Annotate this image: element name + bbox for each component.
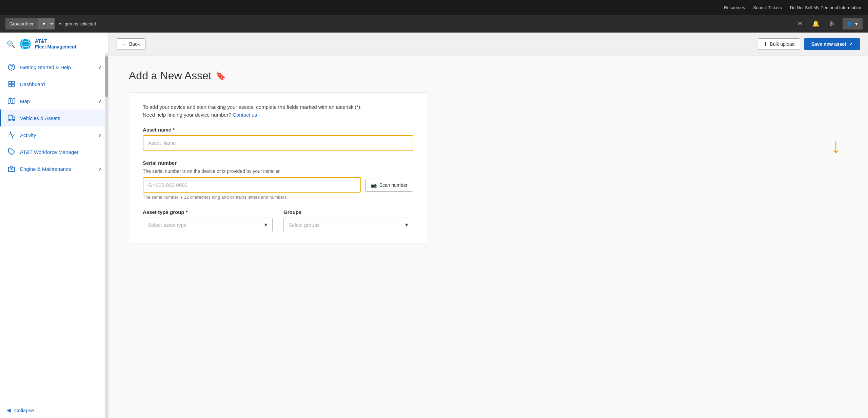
activity-icon xyxy=(8,131,15,139)
asset-name-label: Asset name * xyxy=(143,127,413,133)
groups-filter-button[interactable]: Groups filter xyxy=(5,18,38,29)
groups-select[interactable]: Select groups xyxy=(283,218,413,232)
vehicles-assets-label: Vehicles & Assets xyxy=(20,115,101,121)
sidebar-item-activity[interactable]: Activity ∨ xyxy=(0,126,108,143)
toolbar: ← Back ⬆ Bulk upload Save new asset ✓ xyxy=(108,33,868,56)
upload-icon: ⬆ xyxy=(764,41,768,47)
sidebar-item-engine-maintenance[interactable]: Engine & Maintenance ∨ xyxy=(0,160,108,177)
activity-chevron-icon: ∨ xyxy=(98,132,101,138)
asset-name-field-group: Asset name * xyxy=(143,127,413,151)
camera-icon: 📷 xyxy=(371,182,377,188)
map-chevron-icon: ∨ xyxy=(98,98,101,104)
svg-rect-7 xyxy=(12,81,14,84)
map-icon xyxy=(8,97,15,105)
serial-number-field-group: Serial number The serial number is on th… xyxy=(143,160,413,200)
serial-hint-text: The serial number is on the device or is… xyxy=(143,168,413,174)
engine-maintenance-chevron-icon: ∨ xyxy=(98,166,101,172)
save-new-asset-button[interactable]: Save new asset ✓ xyxy=(804,38,860,50)
checkmark-icon: ✓ xyxy=(849,41,853,47)
content-area: ← Back ⬆ Bulk upload Save new asset ✓ Ad… xyxy=(108,33,868,418)
asset-type-groups-row: Asset type group * Select asset type ▼ G… xyxy=(143,209,413,232)
groups-column: Groups Select groups ▼ xyxy=(283,209,413,232)
resources-link[interactable]: Resources xyxy=(724,5,745,10)
back-button[interactable]: ← Back xyxy=(117,38,145,50)
svg-rect-13 xyxy=(8,115,13,119)
bookmark-icon: 🔖 xyxy=(216,71,226,81)
groups-label: Groups xyxy=(283,209,413,215)
asset-type-select[interactable]: Select asset type xyxy=(143,218,273,232)
bulk-upload-label: Bulk upload xyxy=(770,41,794,47)
truck-icon xyxy=(8,114,15,122)
user-chevron-icon: ▼ xyxy=(854,21,859,26)
brand-line1: AT&T xyxy=(35,38,76,44)
form-intro-line1: To add your device and start tracking yo… xyxy=(143,103,413,111)
settings-icon-button[interactable]: ⚙ xyxy=(828,19,836,29)
serial-number-input[interactable] xyxy=(143,177,361,193)
sidebar-item-dashboard[interactable]: Dashboard xyxy=(0,76,108,93)
svg-rect-8 xyxy=(9,84,11,87)
scan-number-label: Scan number xyxy=(379,182,408,188)
svg-point-15 xyxy=(13,119,15,121)
search-icon-button[interactable]: 🔍 xyxy=(7,40,15,48)
collapse-button[interactable]: ◀ Collapse xyxy=(0,402,108,418)
save-label: Save new asset xyxy=(811,41,846,47)
dashboard-label: Dashboard xyxy=(20,81,101,87)
nav-icons-container: ✉ 🔔 ⚙ 👤 ▼ xyxy=(796,18,863,29)
groups-filter-dropdown[interactable]: ▼ xyxy=(38,18,55,29)
sidebar-scrollbar-thumb xyxy=(105,56,108,97)
brand-name: AT&T Fleet Management xyxy=(35,38,76,50)
question-mark-icon xyxy=(8,63,15,71)
engine-icon xyxy=(8,165,15,173)
user-menu-button[interactable]: 👤 ▼ xyxy=(843,18,863,29)
asset-type-select-container: Select asset type ▼ xyxy=(143,218,273,232)
getting-started-label: Getting Started & Help xyxy=(20,64,93,70)
arrow-annotation: ↓ xyxy=(831,134,841,158)
map-label: Map xyxy=(20,98,93,104)
workforce-manager-label: AT&T Workforce Manager xyxy=(20,149,101,155)
sidebar-item-workforce-manager[interactable]: AT&T Workforce Manager xyxy=(0,143,108,160)
serial-number-label: Serial number xyxy=(143,160,413,166)
do-not-sell-link[interactable]: Do Not Sell My Personal Information xyxy=(790,5,861,10)
toolbar-right: ⬆ Bulk upload Save new asset ✓ xyxy=(758,38,860,50)
sidebar-item-map[interactable]: Map ∨ xyxy=(0,93,108,110)
all-groups-text: All groups selected xyxy=(59,21,96,26)
bell-icon-button[interactable]: 🔔 xyxy=(811,19,821,29)
sidebar-nav: Getting Started & Help ∨ Dashboard xyxy=(0,56,108,402)
mail-icon-button[interactable]: ✉ xyxy=(796,19,804,29)
user-icon: 👤 xyxy=(847,21,852,26)
title-text: Add a New Asset xyxy=(129,69,212,82)
activity-label: Activity xyxy=(20,132,93,138)
asset-name-input[interactable] xyxy=(143,135,413,151)
sidebar: 🔍 AT&T Fleet Management xyxy=(0,33,108,418)
main-layout: 🔍 AT&T Fleet Management xyxy=(0,33,868,418)
svg-point-14 xyxy=(9,119,11,121)
puzzle-icon xyxy=(8,148,15,156)
bulk-upload-button[interactable]: ⬆ Bulk upload xyxy=(758,38,800,50)
form-card: To add your device and start tracking yo… xyxy=(129,92,427,243)
groups-select-container: Select groups ▼ xyxy=(283,218,413,232)
form-content: Add a New Asset 🔖 To add your device and… xyxy=(108,56,448,257)
sidebar-header: 🔍 AT&T Fleet Management xyxy=(0,33,108,56)
svg-rect-9 xyxy=(12,84,14,87)
sidebar-item-vehicles-assets[interactable]: Vehicles & Assets xyxy=(0,110,108,126)
groups-filter-label: Groups filter xyxy=(9,21,34,26)
getting-started-chevron-icon: ∨ xyxy=(98,64,101,70)
collapse-label: Collapse xyxy=(14,407,34,413)
sidebar-item-getting-started[interactable]: Getting Started & Help ∨ xyxy=(0,59,108,76)
engine-maintenance-label: Engine & Maintenance xyxy=(20,166,93,172)
top-navigation: Resources Submit Tickets Do Not Sell My … xyxy=(0,0,868,15)
intro-line2-text: Need help finding your device number? xyxy=(143,112,231,118)
submit-tickets-link[interactable]: Submit Tickets xyxy=(753,5,782,10)
sidebar-scrollbar[interactable] xyxy=(105,53,108,418)
form-intro: To add your device and start tracking yo… xyxy=(143,103,413,119)
page-title: Add a New Asset 🔖 xyxy=(129,69,427,82)
serial-note-text: The serial number is 12 characters long … xyxy=(143,195,413,200)
brand-line2: Fleet Management xyxy=(35,44,76,50)
contact-us-link[interactable]: Contact us xyxy=(233,112,257,118)
back-arrow-icon: ← xyxy=(122,41,127,47)
dashboard-icon xyxy=(8,80,15,88)
asset-type-column: Asset type group * Select asset type ▼ xyxy=(143,209,273,232)
scan-number-button[interactable]: 📷 Scan number xyxy=(365,179,413,192)
svg-point-5 xyxy=(12,68,12,69)
secondary-navigation: Groups filter ▼ All groups selected ✉ 🔔 … xyxy=(0,15,868,33)
